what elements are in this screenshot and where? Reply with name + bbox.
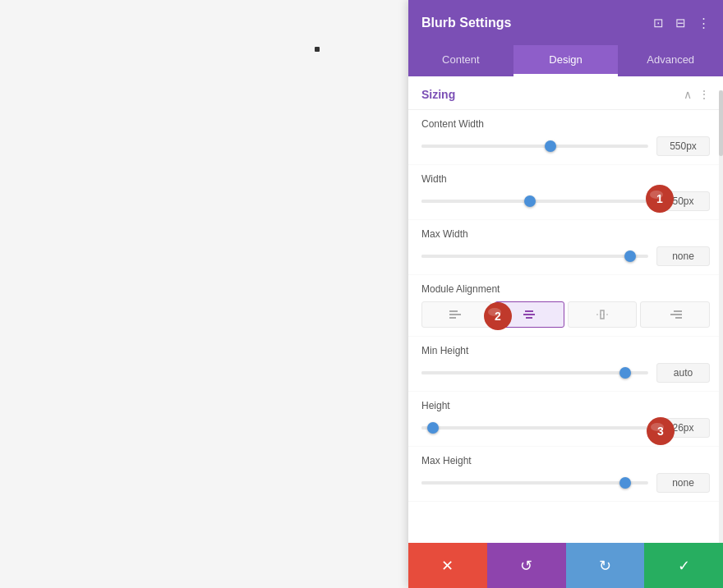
redo-button[interactable]: ↻	[566, 543, 645, 588]
panel-header: Blurb Settings ⊡ ⊟ ⋮	[408, 0, 723, 45]
height-control: 26px	[421, 418, 710, 438]
content-width-control: 550px	[421, 136, 710, 156]
max-width-field: Max Width none	[408, 220, 723, 275]
svg-rect-11	[601, 310, 604, 319]
content-width-label: Content Width	[421, 118, 710, 130]
width-value[interactable]: 50px	[656, 191, 710, 211]
max-height-label: Max Height	[421, 455, 710, 466]
sizing-section-title: Sizing	[421, 88, 455, 101]
tab-design[interactable]: Design	[513, 45, 619, 76]
tab-advanced[interactable]: Advanced	[618, 45, 723, 76]
min-height-value[interactable]: auto	[656, 363, 710, 383]
height-label: Height	[421, 400, 710, 411]
section-more-icon[interactable]: ⋮	[698, 88, 710, 101]
width-field: Width 50px 1	[408, 165, 723, 220]
content-width-field: Content Width 550px	[408, 110, 723, 165]
canvas-dot	[315, 47, 320, 52]
module-alignment-label: Module Alignment	[421, 283, 710, 295]
scrollbar[interactable]	[719, 90, 723, 543]
width-control: 50px	[421, 191, 710, 211]
height-value[interactable]: 26px	[656, 418, 710, 438]
panel-content: Sizing ∧ ⋮ Content Width 550px	[408, 76, 723, 543]
align-center-dotted-btn[interactable]	[568, 301, 638, 328]
more-icon[interactable]: ⋮	[698, 16, 710, 30]
split-icon[interactable]: ⊟	[675, 16, 686, 30]
min-height-slider[interactable]	[421, 371, 648, 374]
panel-header-icons: ⊡ ⊟ ⋮	[653, 16, 710, 30]
redo-icon: ↻	[599, 557, 611, 575]
max-height-field: Max Height none	[408, 447, 723, 502]
undo-button[interactable]: ↺	[487, 543, 566, 588]
resize-icon[interactable]: ⊡	[653, 16, 664, 30]
section-header-icons: ∧ ⋮	[684, 88, 710, 101]
cancel-button[interactable]: ✕	[408, 543, 487, 588]
tab-content[interactable]: Content	[408, 45, 513, 76]
bottom-toolbar: ✕ ↺ ↻ ✓	[408, 543, 723, 588]
max-width-slider[interactable]	[421, 255, 648, 258]
height-slider[interactable]	[421, 426, 648, 430]
tabs-bar: Content Design Advanced	[408, 45, 723, 76]
canvas-area	[0, 0, 408, 588]
min-height-field: Min Height auto	[408, 337, 723, 392]
cancel-icon: ✕	[441, 557, 454, 575]
content-width-value[interactable]: 550px	[656, 136, 710, 156]
alignment-controls	[421, 301, 710, 328]
min-height-control: auto	[421, 363, 710, 383]
module-alignment-field: Module Alignment	[408, 275, 723, 337]
content-width-slider[interactable]	[421, 145, 648, 148]
sizing-section: Sizing ∧ ⋮ Content Width 550px	[408, 76, 723, 502]
align-center-btn[interactable]	[495, 301, 564, 328]
width-label: Width	[421, 173, 710, 185]
save-button[interactable]: ✓	[644, 543, 723, 588]
max-width-value[interactable]: none	[656, 246, 710, 266]
panel-title: Blurb Settings	[421, 16, 511, 30]
align-right-btn[interactable]	[640, 301, 710, 328]
max-height-slider[interactable]	[421, 481, 648, 485]
width-slider[interactable]	[421, 200, 648, 203]
save-icon: ✓	[678, 557, 690, 575]
settings-panel: Blurb Settings ⊡ ⊟ ⋮ Content Design Adva…	[408, 0, 723, 588]
align-left-btn[interactable]	[421, 301, 491, 328]
sizing-section-header: Sizing ∧ ⋮	[408, 76, 723, 110]
max-width-label: Max Width	[421, 228, 710, 240]
max-height-value[interactable]: none	[656, 473, 710, 493]
min-height-label: Min Height	[421, 345, 710, 356]
max-height-control: none	[421, 473, 710, 493]
collapse-icon[interactable]: ∧	[684, 88, 692, 101]
undo-icon: ↺	[520, 557, 532, 575]
height-field: Height 26px 3	[408, 392, 723, 447]
max-width-control: none	[421, 246, 710, 266]
